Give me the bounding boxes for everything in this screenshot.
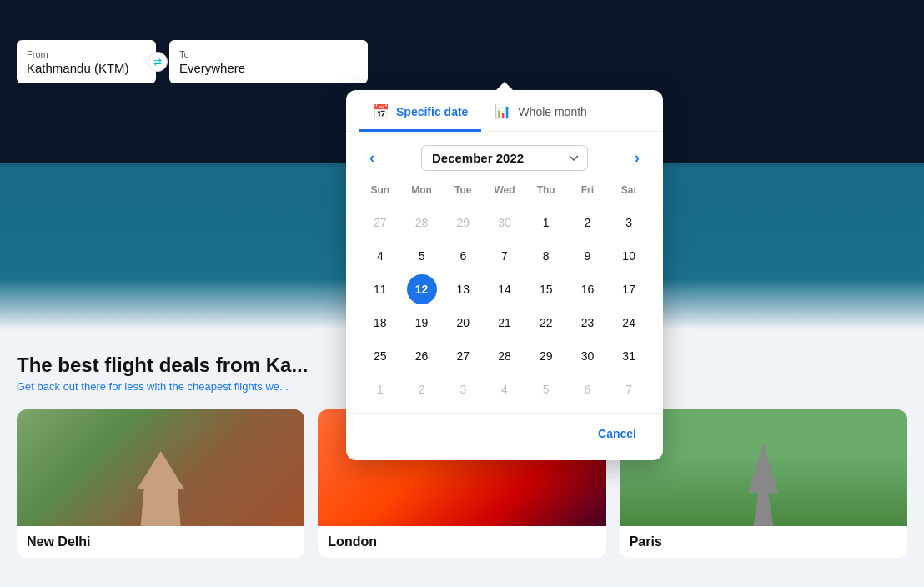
cal-day[interactable]: 28	[407, 208, 437, 238]
deals-subtitle: Get back out there for less with the che…	[17, 380, 308, 393]
tab-specific-date[interactable]: 📅 Specific date	[359, 93, 481, 132]
cal-day[interactable]: 25	[365, 341, 395, 371]
next-month-button[interactable]: ›	[628, 146, 646, 170]
cal-day[interactable]: 31	[614, 341, 644, 371]
from-value: Kathmandu (KTM)	[27, 61, 146, 75]
deals-header-text: The best flight deals from Ka... Get bac…	[17, 354, 308, 393]
cal-day[interactable]: 7	[614, 374, 644, 404]
cal-day[interactable]: 4	[490, 374, 520, 404]
cal-day[interactable]: 19	[407, 308, 437, 338]
calendar-caret	[496, 82, 513, 90]
tab-whole-month[interactable]: 📊 Whole month	[481, 93, 600, 132]
swap-icon[interactable]: ⇄	[148, 52, 168, 72]
cal-day[interactable]: 22	[531, 308, 561, 338]
calendar-tabs: 📅 Specific date 📊 Whole month	[346, 90, 663, 132]
calendar-week-3: 11 12 13 14 15 16 17	[359, 273, 650, 306]
tab-specific-label: Specific date	[396, 105, 468, 118]
from-to-group: From Kathmandu (KTM) ⇄ To Everywhere	[17, 40, 368, 83]
cal-day[interactable]: 9	[572, 241, 602, 271]
cal-day[interactable]: 1	[365, 374, 395, 404]
cal-day[interactable]: 2	[407, 374, 437, 404]
calendar-footer: Cancel	[346, 413, 663, 460]
london-label: London	[318, 526, 605, 558]
cal-day[interactable]: 21	[490, 308, 520, 338]
month-year-select[interactable]: December 2022 January 2023 November 2022	[421, 145, 588, 171]
day-label-tue: Tue	[442, 178, 484, 203]
tab-whole-label: Whole month	[518, 105, 586, 118]
delhi-image	[17, 409, 304, 526]
deals-title: The best flight deals from Ka...	[17, 354, 308, 377]
cal-day[interactable]: 30	[490, 208, 520, 238]
calendar-nav: ‹ December 2022 January 2023 November 20…	[346, 132, 663, 178]
cal-day[interactable]: 2	[572, 208, 602, 238]
calendar-popup: 📅 Specific date 📊 Whole month ‹ December…	[346, 90, 663, 460]
chart-icon: 📊	[495, 103, 511, 119]
cal-day[interactable]: 30	[572, 341, 602, 371]
day-label-wed: Wed	[484, 178, 525, 203]
day-label-thu: Thu	[525, 178, 567, 203]
cal-day[interactable]: 18	[365, 308, 395, 338]
cal-day[interactable]: 20	[448, 308, 478, 338]
to-value: Everywhere	[179, 61, 358, 75]
cal-day[interactable]: 3	[614, 208, 644, 238]
day-label-mon: Mon	[401, 178, 443, 203]
from-label: From	[27, 49, 146, 59]
cal-day[interactable]: 15	[531, 274, 561, 304]
cal-day[interactable]: 27	[365, 208, 395, 238]
prev-month-button[interactable]: ‹	[363, 146, 381, 170]
from-field[interactable]: From Kathmandu (KTM) ⇄	[17, 40, 156, 83]
cal-day[interactable]: 26	[407, 341, 437, 371]
cal-day[interactable]: 27	[448, 341, 478, 371]
day-label-sat: Sat	[608, 178, 650, 203]
to-label: To	[179, 49, 358, 59]
calendar-week-6: 1 2 3 4 5 6 7	[359, 373, 650, 406]
calendar-icon: 📅	[373, 103, 389, 119]
calendar-grid: Sun Mon Tue Wed Thu Fri Sat 27 28 29 30 …	[346, 178, 663, 413]
cal-day[interactable]: 28	[490, 341, 520, 371]
paris-label: Paris	[620, 526, 907, 558]
cal-day[interactable]: 29	[531, 341, 561, 371]
cal-day[interactable]: 1	[531, 208, 561, 238]
to-field[interactable]: To Everywhere	[169, 40, 368, 83]
cal-day[interactable]: 13	[448, 274, 478, 304]
day-label-fri: Fri	[567, 178, 609, 203]
calendar-week-1: 27 28 29 30 1 2 3	[359, 206, 650, 239]
cal-day[interactable]: 5	[407, 241, 437, 271]
cal-day[interactable]: 7	[490, 241, 520, 271]
cal-day[interactable]: 8	[531, 241, 561, 271]
cancel-button[interactable]: Cancel	[588, 420, 646, 447]
cal-day[interactable]: 17	[614, 274, 644, 304]
cal-day[interactable]: 6	[448, 241, 478, 271]
cal-day-selected[interactable]: 12	[407, 274, 437, 304]
cal-day[interactable]: 16	[572, 274, 602, 304]
cal-day[interactable]: 3	[448, 374, 478, 404]
cal-day[interactable]: 29	[448, 208, 478, 238]
day-labels-row: Sun Mon Tue Wed Thu Fri Sat	[359, 178, 650, 203]
cal-day[interactable]: 5	[531, 374, 561, 404]
cal-day[interactable]: 11	[365, 274, 395, 304]
cal-day[interactable]: 14	[490, 274, 520, 304]
calendar-week-5: 25 26 27 28 29 30 31	[359, 339, 650, 373]
day-label-sun: Sun	[359, 178, 401, 203]
calendar-week-2: 4 5 6 7 8 9 10	[359, 239, 650, 273]
cal-day[interactable]: 6	[572, 374, 602, 404]
cal-day[interactable]: 23	[572, 308, 602, 338]
cal-day[interactable]: 10	[614, 241, 644, 271]
cal-day[interactable]: 4	[365, 241, 395, 271]
calendar-week-4: 18 19 20 21 22 23 24	[359, 306, 650, 339]
cal-day[interactable]: 24	[614, 308, 644, 338]
deal-card-delhi[interactable]: New Delhi	[17, 409, 304, 558]
delhi-label: New Delhi	[17, 526, 304, 558]
